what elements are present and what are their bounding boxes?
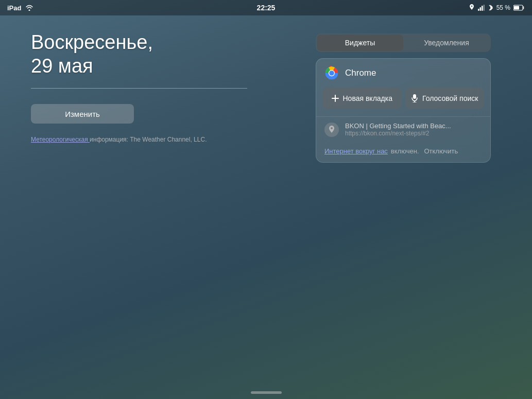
right-panel: Виджеты Уведомления [316, 33, 491, 163]
recent-info: BKON | Getting Started with Beac... http… [345, 122, 482, 137]
tab-selector: Виджеты Уведомления [316, 33, 491, 52]
date-display: Воскресенье, 29 мая [31, 31, 288, 78]
mic-icon [411, 94, 418, 102]
voice-search-label: Голосовой поиск [422, 94, 478, 102]
status-right: 55 % [469, 4, 525, 11]
internet-nearby: Интернет вокруг нас включен. Отключить [316, 144, 490, 162]
svg-point-17 [331, 127, 333, 129]
chrome-actions: Новая вкладка Голосовой поиск [316, 88, 490, 116]
device-label: iPad [7, 4, 21, 12]
recent-item[interactable]: BKON | Getting Started with Beac... http… [316, 116, 490, 144]
svg-point-11 [329, 71, 334, 76]
location-status-icon [469, 4, 475, 11]
internet-nearby-link[interactable]: Интернет вокруг нас [324, 147, 388, 155]
chrome-header: Chrome [316, 59, 490, 88]
home-indicator [251, 391, 282, 394]
plus-icon [332, 95, 339, 102]
edit-button[interactable]: Изменить [31, 104, 134, 124]
date-day: Воскресенье, [31, 31, 288, 55]
weather-info-link[interactable]: Метеорологическая [31, 136, 90, 143]
recent-location-icon [324, 123, 339, 137]
clock: 22:25 [257, 4, 276, 12]
tab-notifications[interactable]: Уведомления [403, 34, 490, 51]
weather-info-rest: информация: The Weather Channel, LLC. [90, 136, 207, 143]
tab-widgets[interactable]: Виджеты [317, 34, 403, 51]
svg-rect-3 [482, 6, 483, 11]
weather-info: Метеорологическая информация: The Weathe… [31, 136, 288, 143]
bluetooth-icon [488, 4, 493, 11]
status-bar: iPad 22:25 55 % [0, 0, 532, 15]
voice-search-button[interactable]: Голосовой поиск [405, 88, 485, 109]
chrome-logo-icon [324, 66, 339, 80]
battery-percent: 55 % [496, 4, 510, 11]
divider [31, 88, 247, 89]
disable-button[interactable]: Отключить [422, 147, 460, 155]
internet-nearby-status: включен. [391, 147, 419, 155]
svg-rect-2 [479, 7, 481, 11]
signal-icon [478, 5, 485, 11]
svg-rect-1 [478, 9, 479, 11]
svg-point-0 [471, 6, 472, 7]
battery-icon [513, 5, 525, 11]
chrome-widget: Chrome Новая вкладка Голосовой поиск [316, 58, 491, 163]
svg-rect-6 [514, 6, 519, 10]
recent-url: https://bkon.com/next-steps/#2 [345, 130, 482, 137]
svg-rect-4 [483, 5, 485, 11]
pin-icon [328, 126, 335, 134]
svg-rect-14 [413, 94, 416, 99]
wifi-icon [25, 5, 33, 11]
status-left: iPad [7, 4, 33, 12]
chrome-app-title: Chrome [345, 68, 376, 78]
new-tab-label: Новая вкладка [343, 94, 393, 102]
date-date: 29 мая [31, 55, 288, 78]
new-tab-button[interactable]: Новая вкладка [322, 88, 402, 109]
recent-title: BKON | Getting Started with Beac... [345, 122, 482, 130]
left-panel: Воскресенье, 29 мая Изменить Метеорологи… [31, 31, 288, 143]
